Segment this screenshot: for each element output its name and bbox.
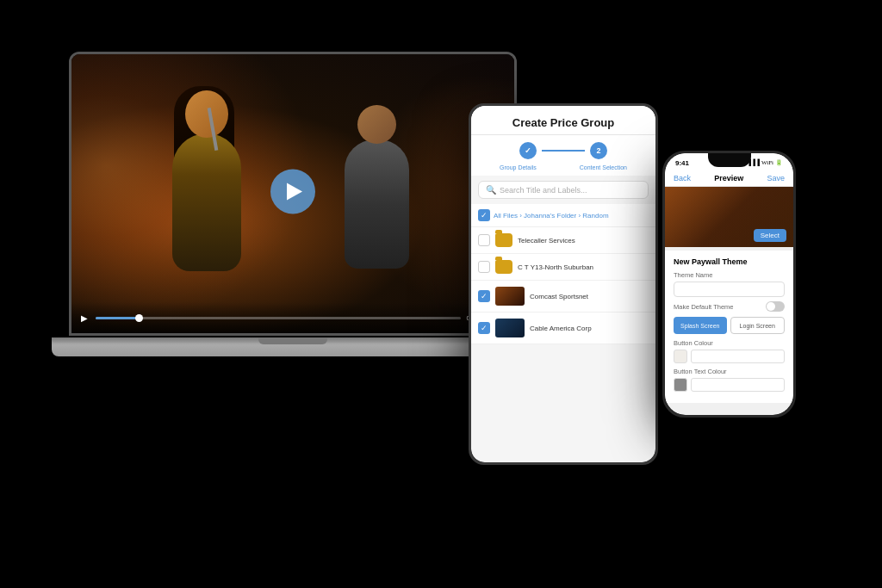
folder-icon [495, 233, 512, 247]
make-default-toggle[interactable] [766, 301, 785, 312]
phone-page-title: Preview [714, 174, 743, 183]
search-bar[interactable]: 🔍 Search Title and Labels... [478, 181, 649, 199]
folder-tab [495, 230, 502, 233]
button-color-input[interactable] [691, 350, 785, 363]
folder-tab [495, 257, 502, 260]
toggle-knob [767, 302, 775, 311]
paywall-theme-section: New Paywall Theme Theme Name Make Defaul… [665, 251, 793, 403]
item-1-name: Telecaller Services [518, 237, 649, 244]
guitarist-head [357, 105, 396, 144]
video-controls-bar[interactable]: ▶ 0:06 🔊 ⛶ [71, 302, 514, 333]
guitarist-body [345, 139, 409, 269]
item-2-name: C T Y13-North Suburban [518, 263, 649, 271]
wifi-icon: WiFi [761, 159, 773, 166]
splash-screen-button[interactable]: Splash Screen [674, 317, 727, 334]
laptop-base [52, 337, 534, 356]
file-list: Telecaller Services C T Y13-North Suburb… [471, 227, 655, 344]
button-text-color-row [674, 378, 785, 392]
step-1-num: ✓ [525, 146, 531, 155]
video-thumbnail [495, 287, 525, 306]
progress-fill [96, 317, 140, 319]
play-icon [287, 183, 302, 200]
step-1-circle: ✓ [519, 142, 537, 159]
screen-type-buttons: Splash Screen Login Screen [674, 317, 785, 334]
progress-dot [135, 314, 143, 322]
phone-video-thumbnail: Select [665, 187, 793, 247]
button-text-color-input[interactable] [691, 378, 785, 392]
check-icon: ✓ [481, 292, 488, 300]
tablet-device: Create Price Group ✓ 2 Group Details Con… [469, 103, 658, 465]
status-icons: ▐▐▐ WiFi 🔋 [747, 159, 783, 166]
thumb-image [495, 287, 525, 306]
phone-nav-header: Back Preview Save [665, 170, 793, 187]
phone-screen: 9:41 ▐▐▐ WiFi 🔋 Back Preview Save Select [665, 153, 793, 415]
make-default-row: Make Default Theme [674, 301, 785, 312]
make-default-label: Make Default Theme [674, 303, 733, 311]
laptop: ▶ 0:06 🔊 ⛶ [43, 52, 543, 396]
laptop-screen: ▶ 0:06 🔊 ⛶ [69, 52, 517, 336]
item-4-checkbox[interactable]: ✓ [478, 322, 490, 334]
video-player[interactable]: ▶ 0:06 🔊 ⛶ [71, 54, 514, 333]
stepper-bar: ✓ 2 [471, 135, 655, 163]
tablet-header: Create Price Group [471, 106, 655, 135]
back-button[interactable]: Back [674, 174, 691, 183]
step-2-label: Content Selection [580, 164, 627, 170]
save-button[interactable]: Save [767, 174, 785, 183]
list-item[interactable]: ✓ Cable America Corp [471, 313, 655, 344]
button-text-color-label: Button Text Colour [674, 368, 785, 375]
breadcrumb-row: ✓ All Files › Johanna's Folder › Random [471, 204, 655, 227]
phone-device: 9:41 ▐▐▐ WiFi 🔋 Back Preview Save Select [662, 151, 796, 418]
battery-icon: 🔋 [775, 159, 783, 166]
item-2-checkbox[interactable] [478, 261, 490, 273]
play-button[interactable] [270, 169, 315, 214]
step-1-label: Group Details [500, 164, 537, 170]
scene: ▶ 0:06 🔊 ⛶ Create Price [0, 0, 882, 588]
laptop-camera-notch [258, 337, 327, 344]
login-screen-button[interactable]: Login Screen [730, 317, 786, 334]
folder-icon [495, 260, 512, 274]
guitarist-figure [319, 96, 448, 333]
select-button[interactable]: Select [754, 229, 786, 242]
search-placeholder: Search Title and Labels... [500, 186, 587, 195]
progress-bar[interactable] [96, 317, 461, 319]
phone-notch [708, 153, 751, 167]
button-color-label: Button Colour [674, 339, 785, 347]
item-1-checkbox[interactable] [478, 234, 490, 246]
thumb-image [495, 319, 525, 337]
paywall-section-title: New Paywall Theme [674, 257, 785, 266]
step-labels: Group Details Content Selection [471, 163, 655, 176]
theme-name-label: Theme Name [674, 271, 785, 279]
tablet-screen: Create Price Group ✓ 2 Group Details Con… [471, 106, 655, 462]
step-2-num: 2 [596, 146, 600, 155]
check-icon: ✓ [481, 211, 488, 220]
step-connector [542, 150, 585, 152]
item-3-name: Comcast Sportsnet [530, 293, 649, 300]
check-icon: ✓ [481, 324, 488, 332]
status-time: 9:41 [675, 159, 689, 167]
button-color-row [674, 350, 785, 363]
list-item[interactable]: ✓ Comcast Sportsnet [471, 281, 655, 313]
singer-figure [138, 82, 293, 331]
breadcrumb: All Files › Johanna's Folder › Random [494, 212, 609, 220]
play-pause-button[interactable]: ▶ [78, 312, 90, 324]
list-item[interactable]: Telecaller Services [471, 227, 655, 254]
theme-name-input[interactable] [674, 282, 785, 297]
step-2-circle: 2 [590, 142, 607, 159]
item-4-name: Cable America Corp [530, 325, 649, 332]
select-all-checkbox[interactable]: ✓ [478, 209, 490, 221]
search-icon: 🔍 [486, 185, 496, 195]
item-3-checkbox[interactable]: ✓ [478, 290, 490, 302]
tablet-page-title: Create Price Group [480, 116, 647, 129]
button-text-color-swatch[interactable] [674, 378, 687, 392]
button-color-swatch[interactable] [674, 350, 687, 363]
list-item[interactable]: C T Y13-North Suburban [471, 254, 655, 281]
singer-body [172, 133, 241, 271]
video-thumbnail [495, 319, 525, 337]
